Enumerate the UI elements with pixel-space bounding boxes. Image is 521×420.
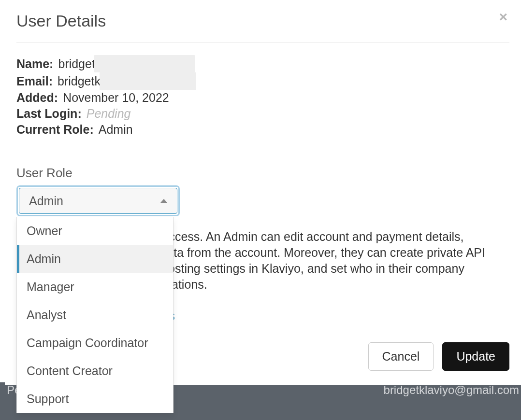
cancel-button[interactable]: Cancel [368, 342, 434, 371]
redacted-name-block [94, 55, 195, 72]
role-option-admin[interactable]: Admin [17, 245, 173, 273]
email-label: Email: [16, 73, 53, 89]
role-option-manager[interactable]: Manager [17, 273, 173, 301]
caret-up-icon [160, 199, 167, 203]
last-login-value: Pending [87, 106, 131, 122]
current-role-value: Admin [99, 122, 133, 138]
modal-title: User Details [16, 12, 106, 30]
role-option-content-creator[interactable]: Content Creator [17, 357, 173, 385]
backdrop-right-email: bridgetklaviyo@gmail.com [384, 383, 519, 397]
detail-row-last-login: Last Login: Pending [16, 106, 509, 122]
redacted-email-block [100, 72, 196, 90]
modal-header: User Details × [16, 12, 509, 42]
update-button[interactable]: Update [442, 342, 509, 371]
added-label: Added: [16, 90, 58, 106]
user-details-block: Name: bridget Email: bridgetk Added: Nov… [16, 55, 509, 138]
user-role-select[interactable]: Admin [19, 188, 177, 214]
detail-row-name: Name: bridget [16, 55, 509, 72]
detail-row-email: Email: bridgetk [16, 72, 509, 90]
close-icon[interactable]: × [499, 12, 509, 22]
name-value: bridget [58, 56, 95, 72]
select-focus-ring: Admin [16, 185, 180, 216]
role-dropdown: Owner Admin Manager Analyst Campaign Coo… [16, 217, 174, 413]
detail-row-current-role: Current Role: Admin [16, 122, 509, 138]
role-option-owner[interactable]: Owner [17, 217, 173, 245]
current-role-label: Current Role: [16, 122, 94, 138]
role-option-campaign-coordinator[interactable]: Campaign Coordinator [17, 329, 173, 357]
select-selected-value: Admin [29, 194, 63, 208]
name-label: Name: [16, 56, 53, 72]
user-role-section-label: User Role [16, 166, 509, 181]
detail-row-added: Added: November 10, 2022 [16, 90, 509, 106]
user-role-select-wrap: Admin Owner Admin Manager Analyst Campai… [16, 185, 180, 216]
email-value: bridgetk [58, 73, 101, 89]
last-login-label: Last Login: [16, 106, 82, 122]
user-details-modal: User Details × Name: bridget Email: brid… [5, 0, 521, 385]
added-value: November 10, 2022 [63, 90, 169, 106]
role-option-analyst[interactable]: Analyst [17, 301, 173, 329]
role-option-support[interactable]: Support [17, 385, 173, 413]
